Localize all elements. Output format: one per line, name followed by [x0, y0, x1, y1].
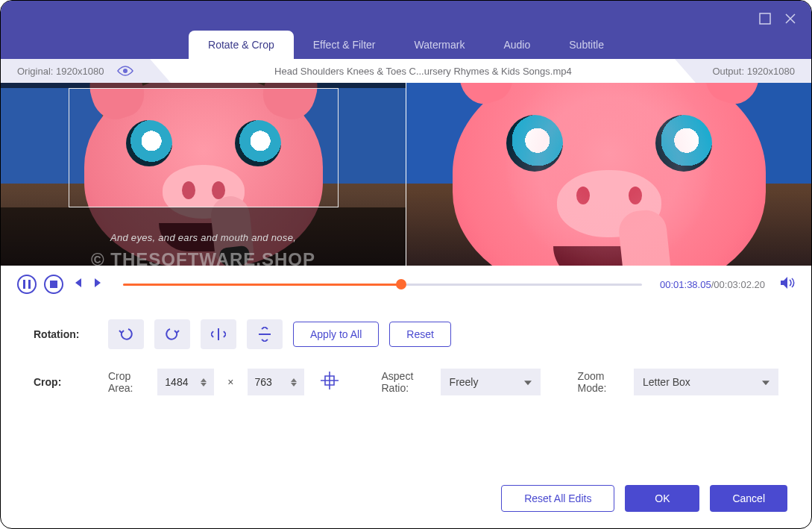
rotate-left-button[interactable]	[108, 319, 144, 349]
preview-row: And eyes, and ears and mouth and nose, ©…	[1, 83, 811, 266]
apply-all-button[interactable]: Apply to All	[293, 322, 379, 347]
preview-original[interactable]: And eyes, and ears and mouth and nose, ©…	[1, 83, 406, 266]
original-resolution: Original: 1920x1080	[1, 59, 150, 83]
center-crop-icon[interactable]	[315, 370, 344, 394]
tab-rotate-crop[interactable]: Rotate & Crop	[189, 31, 294, 59]
ok-button[interactable]: OK	[625, 485, 699, 512]
zoom-mode-label: Zoom Mode:	[578, 370, 623, 394]
zoom-mode-select[interactable]: Letter Box	[634, 369, 778, 395]
svg-rect-2	[23, 280, 25, 289]
eye-icon[interactable]	[117, 66, 133, 76]
total-time: 00:03:02.20	[714, 279, 765, 290]
minimize-icon[interactable]	[759, 13, 771, 25]
aspect-ratio-label: Aspect Ratio:	[382, 370, 430, 394]
output-resolution: Output: 1920x1080	[696, 59, 811, 83]
tab-audio[interactable]: Audio	[484, 31, 550, 59]
preview-output	[406, 83, 811, 266]
crop-width-spinner[interactable]	[201, 369, 211, 395]
subtitle-overlay: And eyes, and ears and mouth and nose,	[1, 232, 406, 243]
stop-button[interactable]	[44, 275, 63, 294]
svg-rect-0	[760, 13, 770, 24]
tab-effect-filter[interactable]: Effect & Filter	[294, 31, 395, 59]
tabs: Rotate & Crop Effect & Filter Watermark …	[1, 31, 811, 59]
aspect-ratio-select[interactable]: Freely	[441, 369, 541, 395]
rotate-right-button[interactable]	[154, 319, 190, 349]
editor-window: Rotate & Crop Effect & Filter Watermark …	[0, 0, 812, 529]
playback-controls: 00:01:38.05/00:03:02.20	[1, 266, 811, 303]
crop-height-spinner[interactable]	[291, 369, 301, 395]
progress-bar[interactable]	[123, 284, 642, 286]
footer: Reset All Edits OK Cancel	[1, 485, 811, 528]
rotation-label: Rotation:	[34, 328, 98, 340]
crop-label: Crop:	[34, 376, 98, 388]
tab-watermark[interactable]: Watermark	[395, 31, 485, 59]
svg-rect-4	[50, 281, 57, 288]
next-frame-button[interactable]	[92, 278, 105, 291]
multiply-symbol: ×	[224, 376, 236, 388]
flip-horizontal-button[interactable]	[201, 319, 236, 349]
svg-rect-3	[28, 280, 31, 289]
info-bar: Original: 1920x1080 Head Shoulders Knees…	[1, 59, 811, 83]
crop-row: Crop: Crop Area: × Aspect Ratio: Freely …	[34, 369, 778, 395]
reset-rotation-button[interactable]: Reset	[389, 322, 451, 347]
watermark-text: © THESOFTWARE.SHOP	[91, 249, 315, 266]
pause-button[interactable]	[17, 275, 37, 294]
original-resolution-text: Original: 1920x1080	[17, 66, 104, 77]
close-icon[interactable]	[784, 13, 796, 25]
current-time: 00:01:38.05	[660, 279, 711, 290]
svg-point-1	[123, 69, 128, 73]
edit-panel: Rotation: Apply to All Reset Crop: Crop …	[1, 303, 811, 485]
flip-vertical-button[interactable]	[247, 319, 283, 349]
filename: Head Shoulders Knees & Toes C...ursery R…	[150, 66, 696, 77]
cancel-button[interactable]: Cancel	[710, 485, 787, 512]
prev-frame-button[interactable]	[71, 278, 84, 291]
rotation-row: Rotation: Apply to All Reset	[34, 319, 778, 349]
volume-icon[interactable]	[780, 276, 795, 292]
reset-all-button[interactable]: Reset All Edits	[501, 485, 614, 512]
tab-subtitle[interactable]: Subtitle	[550, 31, 623, 59]
crop-area-label: Crop Area:	[108, 370, 147, 394]
time-display: 00:01:38.05/00:03:02.20	[660, 279, 765, 290]
